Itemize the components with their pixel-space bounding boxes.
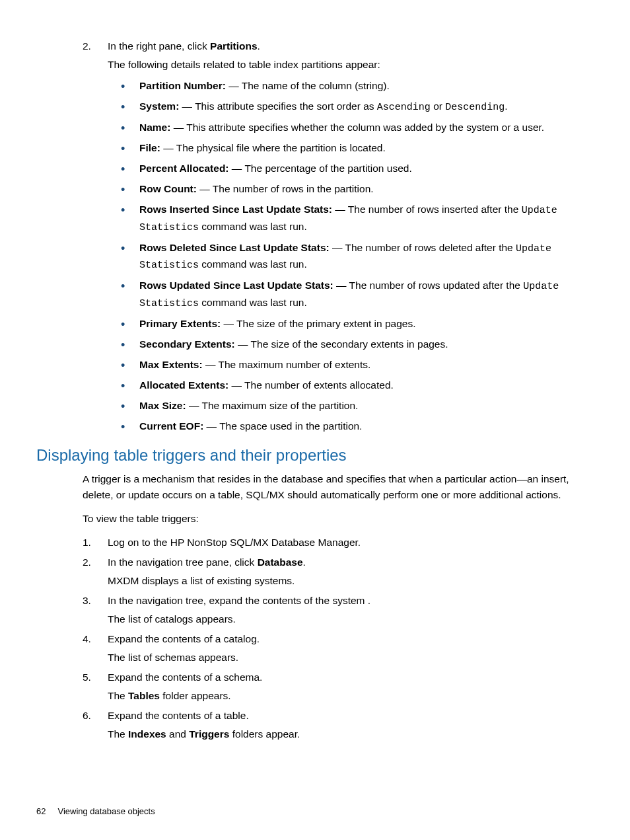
- step-text: In the right pane, click Partitions.: [108, 40, 260, 52]
- list-item: Max Extents: — The maximum number of ext…: [121, 357, 594, 373]
- step-item: 3. In the navigation tree, expand the co…: [83, 593, 594, 627]
- step-item: 2. In the navigation tree pane, click Da…: [83, 554, 594, 589]
- list-item: File: — The physical file where the part…: [121, 140, 594, 156]
- list-item: Rows Updated Since Last Update Stats: — …: [121, 278, 594, 311]
- list-item: Current EOF: — The space used in the par…: [121, 418, 594, 434]
- step-2: 2. In the right pane, click Partitions. …: [83, 38, 594, 434]
- step-number: 2.: [83, 38, 91, 54]
- list-item: Partition Number: — The name of the colu…: [121, 78, 594, 94]
- list-item: Primary Extents: — The size of the prima…: [121, 316, 594, 332]
- step-item: 1. Log on to the HP NonStop SQL/MX Datab…: [83, 535, 594, 551]
- step-subtext: The following details related to table i…: [108, 57, 594, 73]
- list-item: Rows Inserted Since Last Update Stats: —…: [121, 202, 594, 235]
- list-item: Row Count: — The number of rows in the p…: [121, 181, 594, 197]
- list-item: Percent Allocated: — The percentage of t…: [121, 161, 594, 176]
- list-item: Secondary Extents: — The size of the sec…: [121, 336, 594, 352]
- page-number: 62: [36, 806, 46, 816]
- list-item: System: — This attribute specifies the s…: [121, 98, 594, 115]
- step-item: 5. Expand the contents of a schema. The …: [83, 669, 594, 704]
- list-item: Rows Deleted Since Last Update Stats: — …: [121, 240, 594, 274]
- page-footer: 62Viewing database objects: [36, 806, 155, 816]
- step-item: 4. Expand the contents of a catalog. The…: [83, 631, 594, 666]
- section-heading-triggers: Displaying table triggers and their prop…: [36, 446, 594, 465]
- list-item: Allocated Extents: — The number of exten…: [121, 377, 594, 393]
- top-content: 2. In the right pane, click Partitions. …: [36, 38, 594, 434]
- section-body: A trigger is a mechanism that resides in…: [36, 471, 594, 742]
- partition-details-list: Partition Number: — The name of the colu…: [108, 78, 594, 434]
- list-item: Name: — This attribute specifies whether…: [121, 120, 594, 135]
- list-item: Max Size: — The maximum size of the part…: [121, 398, 594, 414]
- footer-title: Viewing database objects: [57, 806, 155, 816]
- intro-paragraph: A trigger is a mechanism that resides in…: [83, 471, 594, 503]
- lead-text: To view the table triggers:: [83, 511, 594, 527]
- step-item: 6. Expand the contents of a table. The I…: [83, 708, 594, 742]
- trigger-steps: 1. Log on to the HP NonStop SQL/MX Datab…: [83, 535, 594, 742]
